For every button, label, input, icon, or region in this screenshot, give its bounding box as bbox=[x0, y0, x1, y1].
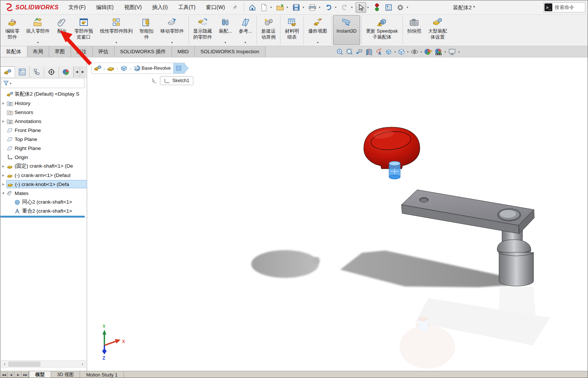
tab-addins[interactable]: SOLIDWORKS 插件 bbox=[115, 46, 172, 57]
tab-inspection[interactable]: SOLIDWORKS Inspection bbox=[195, 46, 265, 57]
instant3d-button[interactable]: Instant3D bbox=[333, 15, 360, 45]
open-dropdown-caret[interactable]: ▾ bbox=[285, 6, 289, 9]
expand-arrow[interactable]: ▶ bbox=[0, 102, 6, 105]
dimxpert-manager-tab[interactable] bbox=[44, 66, 59, 77]
nav-first-button[interactable]: ◀◀ bbox=[0, 371, 8, 378]
tab-sketch[interactable]: 草图 bbox=[49, 46, 71, 57]
home-button[interactable] bbox=[247, 2, 258, 13]
smart-fasteners-button[interactable]: 智能扣 件 bbox=[136, 15, 157, 45]
tree-item-crank-arm[interactable]: ▶ (-) crank-arm<1> (Defaul bbox=[0, 171, 87, 180]
select-tool-button[interactable] bbox=[356, 2, 366, 13]
nav-prev-button[interactable]: ◀ bbox=[8, 371, 15, 378]
tree-item-crank-shaft[interactable]: ▶ (固定) crank-shaft<1> (De bbox=[0, 162, 87, 171]
dropdown-caret[interactable]: ▾ bbox=[225, 41, 226, 44]
interference-traffic-light-icon[interactable] bbox=[372, 2, 382, 13]
tree-item-history[interactable]: ▶ History bbox=[0, 99, 87, 108]
dropdown-caret[interactable]: ▾ bbox=[37, 41, 39, 44]
sketch1-button[interactable]: Sketch1 bbox=[160, 76, 193, 85]
take-snapshot-button[interactable]: 拍快照 bbox=[404, 15, 425, 45]
nav-last-button[interactable]: ▶▶ bbox=[22, 371, 29, 378]
graphics-viewport[interactable]: Y X Z › › › Base-Revolve bbox=[87, 57, 588, 371]
view-settings-caret[interactable]: ▾ bbox=[458, 50, 460, 54]
tab-markup[interactable]: 标注 bbox=[71, 46, 93, 57]
insert-components-button[interactable]: 插入零部件 ▾ bbox=[23, 15, 53, 45]
hide-show-items-caret[interactable]: ▾ bbox=[421, 50, 422, 54]
tab-mbd[interactable]: MBD bbox=[172, 46, 195, 57]
expand-arrow[interactable]: ▶ bbox=[0, 183, 6, 186]
selected-stem-highlight[interactable] bbox=[389, 161, 400, 179]
reference-geometry-button[interactable]: 参考... ▾ bbox=[235, 15, 255, 45]
dropdown-caret[interactable]: ▾ bbox=[116, 41, 117, 44]
new-motion-study-button[interactable]: 新建运 动算例 bbox=[258, 15, 279, 45]
tree-item-sensors[interactable]: Sensors bbox=[0, 108, 87, 117]
dropdown-caret[interactable]: ▾ bbox=[245, 41, 246, 44]
tree-item-top-plane[interactable]: Top Plane bbox=[0, 135, 87, 144]
panel-horizontal-scrollbar[interactable]: ‹ › bbox=[1, 360, 86, 368]
apply-scene-icon[interactable] bbox=[434, 48, 443, 56]
configuration-manager-tab[interactable] bbox=[30, 66, 44, 77]
panel-tab-scroll-left[interactable]: ◀ bbox=[74, 66, 80, 77]
menu-file[interactable]: 文件(F) bbox=[64, 2, 90, 14]
print-dropdown-caret[interactable]: ▾ bbox=[318, 6, 321, 9]
print-button[interactable] bbox=[307, 2, 318, 13]
view-settings-icon[interactable] bbox=[448, 48, 457, 56]
move-component-button[interactable]: 移动零部件 ▾ bbox=[157, 15, 187, 45]
options-gear-button[interactable] bbox=[395, 2, 406, 13]
undo-button[interactable] bbox=[323, 2, 334, 13]
mate-button[interactable]: 配合 bbox=[53, 15, 71, 45]
apply-scene-caret[interactable]: ▾ bbox=[445, 50, 446, 54]
panel-tab-scroll-right[interactable]: ▶ bbox=[80, 66, 86, 77]
rollback-bar[interactable] bbox=[0, 216, 85, 218]
tree-item-annotations[interactable]: ▶ A Annotations bbox=[0, 117, 87, 126]
nav-next-button[interactable]: ▶ bbox=[15, 371, 22, 378]
tab-assembly[interactable]: 装配体 bbox=[0, 46, 27, 57]
properties-list-button[interactable] bbox=[383, 2, 394, 13]
large-assembly-settings-button[interactable]: 大型装配 体设置 bbox=[425, 15, 450, 45]
redo-dropdown-caret[interactable]: ▾ bbox=[350, 6, 354, 9]
tree-item-right-plane[interactable]: Right Plane bbox=[0, 144, 87, 153]
menu-window[interactable]: 窗口(W) bbox=[202, 2, 230, 14]
display-manager-tab[interactable] bbox=[59, 66, 74, 77]
edit-appearance-icon[interactable] bbox=[424, 48, 433, 56]
scrollbar-thumb[interactable] bbox=[8, 362, 41, 367]
tab-motion-study-1[interactable]: Motion Study 1 bbox=[80, 371, 124, 378]
undo-dropdown-caret[interactable]: ▾ bbox=[334, 6, 338, 9]
crank-arm-part[interactable] bbox=[401, 190, 534, 234]
menu-edit[interactable]: 编辑(E) bbox=[92, 2, 118, 14]
tree-item-assembly-root[interactable]: 装配体2 (Default) <Display S bbox=[0, 90, 87, 99]
component-preview-window-button[interactable]: 零部件预 览窗口 bbox=[71, 15, 96, 45]
expand-arrow[interactable]: ▶ bbox=[0, 165, 6, 168]
breadcrumb-part[interactable] bbox=[106, 63, 115, 74]
display-style-caret[interactable]: ▾ bbox=[407, 50, 409, 54]
zoom-to-fit-icon[interactable] bbox=[336, 48, 344, 56]
view-orientation-caret[interactable]: ▾ bbox=[394, 50, 396, 54]
tab-evaluate[interactable]: 评估 bbox=[93, 46, 115, 57]
tree-item-origin[interactable]: Origin bbox=[0, 153, 87, 162]
save-button[interactable] bbox=[291, 2, 302, 13]
breadcrumb-active-sketch[interactable] bbox=[173, 63, 184, 74]
tree-item-mate-concentric[interactable]: 同心2 (crank-shaft<1> bbox=[0, 198, 87, 207]
expand-arrow[interactable]: ▶ bbox=[0, 174, 6, 177]
scroll-left-arrow[interactable]: ‹ bbox=[2, 362, 8, 367]
tab-model[interactable]: 模型 bbox=[29, 371, 51, 378]
hide-show-items-icon[interactable] bbox=[410, 48, 419, 56]
tree-item-front-plane[interactable]: Front Plane bbox=[0, 126, 87, 135]
redo-button[interactable] bbox=[339, 2, 350, 13]
breadcrumb-assembly[interactable] bbox=[93, 63, 102, 74]
hide-show-annotations-icon[interactable]: A bbox=[375, 48, 383, 56]
new-dropdown-caret[interactable]: ▾ bbox=[269, 6, 273, 9]
linear-component-pattern-button[interactable]: 线性零部件阵列 ▾ bbox=[96, 15, 136, 45]
tab-layout[interactable]: 布局 bbox=[27, 46, 49, 57]
tree-item-mate-coincident[interactable]: 重合2 (crank-shaft<1> bbox=[0, 207, 87, 216]
select-dropdown-caret[interactable]: ▾ bbox=[366, 6, 370, 9]
menu-insert[interactable]: 插入(I) bbox=[148, 2, 172, 14]
exploded-view-button[interactable]: 爆炸视图 ▾ bbox=[305, 15, 330, 45]
scroll-right-arrow[interactable]: › bbox=[79, 362, 86, 367]
show-hidden-components-button[interactable]: 显示隐藏 的零部件 bbox=[190, 15, 216, 45]
property-manager-tab[interactable] bbox=[15, 66, 30, 77]
zoom-to-area-icon[interactable] bbox=[345, 48, 354, 56]
tree-filter-bar[interactable]: ▾ bbox=[1, 78, 84, 88]
breadcrumb-body[interactable] bbox=[119, 63, 128, 74]
previous-view-icon[interactable] bbox=[355, 48, 363, 56]
section-view-icon[interactable] bbox=[365, 48, 373, 56]
